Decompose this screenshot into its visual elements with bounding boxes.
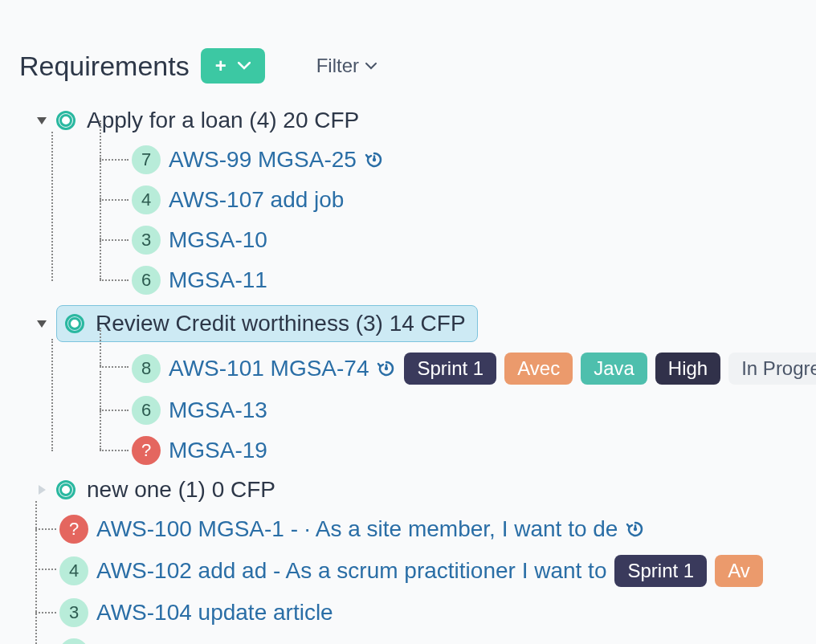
- filter-dropdown[interactable]: Filter: [316, 55, 377, 77]
- requirement-label[interactable]: MGSA-10: [169, 227, 267, 253]
- requirement-label[interactable]: MGSA-11: [169, 267, 267, 293]
- requirement-label[interactable]: AWS-99 MGSA-25: [169, 147, 357, 173]
- count-badge: 6: [132, 266, 161, 295]
- target-icon: [56, 480, 75, 499]
- count-badge: 4: [132, 185, 161, 214]
- section-header: Requirements + Filter: [19, 48, 797, 84]
- requirement-label[interactable]: MGSA-19: [169, 438, 267, 463]
- group-header[interactable]: Apply for a loan (4) 20 CFP: [35, 101, 797, 140]
- root-items: ? AWS-100 MGSA-1 - · As a site member, I…: [35, 509, 797, 644]
- requirement-item[interactable]: 8 AWS-101 MGSA-74 Sprint 1AvecJavaHighIn…: [132, 347, 797, 390]
- group-header[interactable]: Review Credit worthiness (3) 14 CFP: [35, 300, 797, 347]
- add-button[interactable]: +: [201, 48, 265, 84]
- tag-sprint[interactable]: Sprint 1: [404, 353, 496, 385]
- tree-group: new one (1) 0 CFP: [35, 471, 797, 509]
- tag-sprint[interactable]: Sprint 1: [614, 555, 707, 587]
- requirement-item[interactable]: 3 AWS-104 update article: [59, 593, 797, 633]
- tag-avec[interactable]: Avec: [504, 353, 573, 385]
- requirement-label[interactable]: MGSA-13: [169, 397, 267, 423]
- history-icon: [365, 150, 384, 169]
- requirement-item[interactable]: ? MGSA-19: [132, 430, 797, 471]
- requirement-item[interactable]: 3 MGSA-10: [132, 220, 797, 260]
- tree-group: Apply for a loan (4) 20 CFP 7 AWS-99 MGS…: [35, 101, 797, 300]
- group-title: new one (1) 0 CFP: [87, 477, 275, 503]
- group-title: Review Credit worthiness (3) 14 CFP: [96, 311, 466, 336]
- count-badge: 3: [59, 598, 88, 627]
- tree-group: Review Credit worthiness (3) 14 CFP 8 AW…: [35, 300, 797, 471]
- requirement-label[interactable]: AWS-102 add ad - As a scrum practitioner…: [96, 558, 606, 584]
- count-badge: 7: [132, 145, 161, 174]
- tag-avec[interactable]: Av: [715, 555, 763, 587]
- chevron-down-icon: [238, 59, 251, 73]
- plus-icon: +: [215, 56, 226, 75]
- expander-icon[interactable]: [37, 117, 47, 124]
- group-header[interactable]: new one (1) 0 CFP: [35, 471, 797, 509]
- chevron-down-icon: [365, 59, 377, 73]
- requirements-tree: Apply for a loan (4) 20 CFP 7 AWS-99 MGS…: [35, 101, 797, 644]
- target-icon: [56, 111, 75, 130]
- requirement-label[interactable]: AWS-100 MGSA-1 - · As a site member, I w…: [96, 516, 618, 542]
- group-children: 7 AWS-99 MGSA-25 4 AWS-107 add job 3 MGS…: [51, 140, 797, 300]
- filter-label: Filter: [316, 55, 359, 77]
- requirement-item[interactable]: 4 AWS-107 add job: [132, 180, 797, 220]
- expander-icon[interactable]: [39, 485, 46, 495]
- group-title: Apply for a loan (4) 20 CFP: [87, 108, 359, 133]
- requirement-label[interactable]: AWS-105 MGSA-75: [96, 640, 296, 644]
- tag-high[interactable]: High: [655, 353, 720, 385]
- count-badge: 4: [59, 638, 88, 644]
- tag-java[interactable]: Java: [581, 353, 647, 385]
- requirement-item[interactable]: 4 AWS-102 add ad - As a scrum practition…: [59, 549, 797, 593]
- requirement-item[interactable]: 6 MGSA-13: [132, 390, 797, 430]
- group-children: 8 AWS-101 MGSA-74 Sprint 1AvecJavaHighIn…: [51, 347, 797, 471]
- count-badge: ?: [59, 515, 88, 544]
- requirement-item[interactable]: 4 AWS-105 MGSA-75: [59, 633, 797, 644]
- requirement-item[interactable]: 7 AWS-99 MGSA-25: [132, 140, 797, 180]
- history-icon: [377, 359, 396, 378]
- count-badge: 3: [132, 226, 161, 255]
- page-title: Requirements: [19, 51, 190, 82]
- requirement-label[interactable]: AWS-101 MGSA-74: [169, 356, 369, 381]
- tag-status[interactable]: In Progre: [728, 353, 816, 385]
- requirement-label[interactable]: AWS-107 add job: [169, 187, 344, 213]
- requirement-item[interactable]: 6 MGSA-11: [132, 260, 797, 300]
- count-badge: ?: [132, 436, 161, 465]
- requirement-item[interactable]: ? AWS-100 MGSA-1 - · As a site member, I…: [59, 509, 797, 549]
- history-icon: [626, 520, 645, 539]
- count-badge: 4: [59, 556, 88, 585]
- requirement-label[interactable]: AWS-104 update article: [96, 600, 333, 626]
- count-badge: 8: [132, 354, 161, 383]
- count-badge: 6: [132, 396, 161, 425]
- expander-icon[interactable]: [37, 320, 47, 328]
- target-icon: [65, 314, 84, 333]
